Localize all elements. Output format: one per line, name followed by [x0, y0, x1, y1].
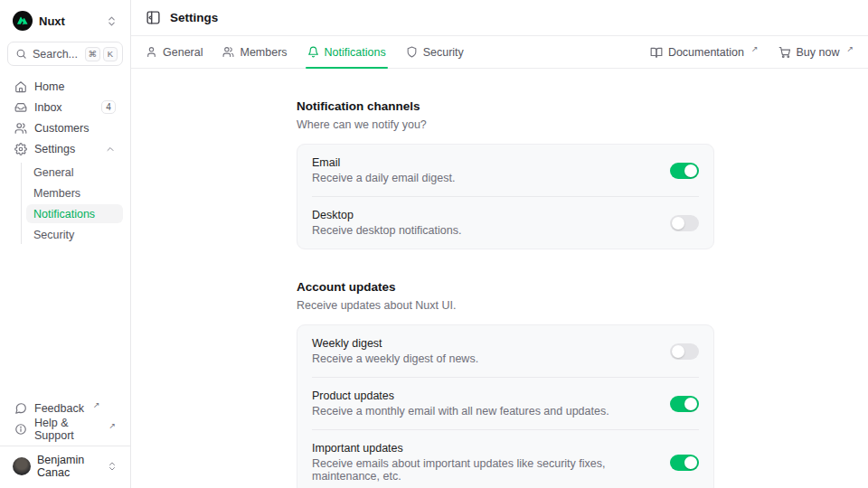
toggle-knob [684, 456, 697, 469]
toggle-knob [672, 345, 684, 358]
setting-description: Receive a monthly email with all new fea… [312, 405, 609, 418]
action-label: Buy now [797, 46, 840, 59]
kbd-k: K [103, 47, 118, 61]
bell-icon [307, 46, 319, 58]
nuxt-logo-icon [13, 11, 33, 31]
sidebar-item-label: Notifications [33, 208, 95, 221]
tab-label: Security [423, 46, 464, 59]
page-title: Settings [170, 11, 218, 24]
setting-description: Receive a daily email digest. [312, 172, 455, 184]
tab-general[interactable]: General [146, 36, 203, 68]
sidebar-item-label: Settings [34, 143, 75, 155]
chat-bubble-icon [14, 402, 27, 415]
desktop-toggle[interactable] [670, 215, 699, 231]
setting-title: Product updates [312, 389, 609, 402]
team-switcher[interactable]: Nuxt [7, 7, 123, 34]
tab-label: Members [240, 46, 287, 59]
search-icon [15, 48, 27, 60]
section-subtitle: Where can we notify you? [297, 118, 714, 131]
setting-title: Email [312, 156, 455, 169]
setting-row-important-updates: Important updates Receive emails about i… [297, 430, 713, 488]
row-text: Desktop Receive desktop notifications. [312, 209, 461, 237]
external-link-icon: ↗ [108, 421, 116, 430]
inbox-count-badge: 4 [101, 100, 116, 114]
setting-title: Weekly digest [312, 337, 478, 350]
help-support-link[interactable]: Help & Support ↗ [7, 419, 123, 438]
weekly-digest-toggle[interactable] [670, 343, 699, 360]
info-circle-icon [14, 423, 27, 436]
section-title: Account updates [297, 280, 714, 294]
tab-members[interactable]: Members [222, 36, 287, 68]
setting-row-email: Email Receive a daily email digest. [297, 145, 713, 196]
sidebar-item-label: Inbox [34, 101, 62, 114]
feedback-link[interactable]: Feedback ↗ [7, 399, 123, 418]
gear-icon [14, 143, 27, 155]
home-icon [14, 80, 27, 93]
avatar [13, 457, 31, 475]
section-title: Notification channels [297, 99, 714, 113]
sidebar-item-notifications[interactable]: Notifications [26, 204, 123, 223]
row-text: Email Receive a daily email digest. [312, 156, 455, 184]
sidebar-item-settings[interactable]: Settings [7, 139, 123, 158]
main-header: Settings [131, 0, 868, 36]
email-toggle[interactable] [670, 163, 699, 179]
tab-label: General [163, 46, 203, 59]
search-input[interactable]: Search... ⌘ K [7, 42, 123, 66]
sidebar-item-security[interactable]: Security [26, 225, 123, 244]
setting-title: Desktop [312, 209, 461, 221]
chevrons-up-down-icon [106, 15, 118, 27]
sidebar-item-customers[interactable]: Customers [7, 118, 123, 137]
shield-icon [406, 46, 418, 58]
toggle-knob [684, 398, 697, 410]
user-menu[interactable]: Benjamin Canac [7, 446, 123, 481]
setting-row-product-updates: Product updates Receive a monthly email … [297, 378, 713, 429]
toggle-knob [672, 217, 684, 230]
action-label: Documentation [668, 46, 744, 59]
main-panel: Settings General Members Notifications [131, 0, 868, 488]
app-window: Nuxt Search... ⌘ K Home [0, 0, 868, 488]
users-icon [14, 122, 27, 135]
section-account-updates: Account updates Receive updates about Nu… [297, 280, 714, 488]
setting-description: Receive a weekly digest of news. [312, 352, 478, 365]
sidebar-item-members[interactable]: Members [26, 183, 123, 202]
tab-label: Notifications [325, 46, 386, 59]
settings-content: Notification channels Where can we notif… [131, 69, 868, 488]
tabbar: General Members Notifications Security [131, 36, 868, 69]
settings-submenu: General Members Notifications Security [21, 163, 123, 244]
sidebar-item-inbox[interactable]: Inbox 4 [7, 98, 123, 117]
important-updates-toggle[interactable] [670, 455, 699, 471]
sidebar-item-label: General [33, 166, 73, 179]
sidebar-item-home[interactable]: Home [7, 77, 123, 96]
sidebar-item-general[interactable]: General [26, 163, 123, 182]
buy-now-button[interactable]: Buy now ↗ [778, 46, 854, 59]
user-name: Benjamin Canac [37, 454, 100, 479]
sidebar-item-label: Home [34, 80, 64, 93]
sidebar-item-label: Members [33, 187, 80, 200]
setting-title: Important updates [312, 442, 656, 455]
search-shortcut: ⌘ K [85, 47, 118, 61]
product-updates-toggle[interactable] [670, 396, 699, 412]
setting-row-weekly-digest: Weekly digest Receive a weekly digest of… [297, 325, 713, 377]
sidebar-nav: Home Inbox 4 Customers Settings [7, 77, 123, 246]
chevron-up-icon [105, 144, 116, 155]
footer-item-label: Feedback [34, 402, 84, 415]
collapse-sidebar-icon[interactable] [146, 10, 161, 25]
section-subtitle: Receive updates about Nuxt UI. [297, 299, 714, 312]
settings-card: Weekly digest Receive a weekly digest of… [297, 324, 714, 488]
row-text: Product updates Receive a monthly email … [312, 389, 609, 418]
documentation-button[interactable]: Documentation ↗ [650, 46, 759, 59]
kbd-cmd: ⌘ [85, 47, 101, 61]
external-link-icon: ↗ [751, 44, 759, 53]
chevrons-up-down-icon [107, 461, 118, 472]
setting-row-desktop: Desktop Receive desktop notifications. [297, 197, 713, 249]
tab-security[interactable]: Security [406, 36, 464, 68]
tab-notifications[interactable]: Notifications [307, 36, 386, 68]
external-link-icon: ↗ [846, 44, 854, 53]
team-name: Nuxt [39, 14, 65, 28]
sidebar-spacer [7, 246, 123, 399]
setting-description: Receive emails about important updates l… [312, 457, 656, 483]
search-placeholder: Search... [33, 48, 78, 61]
setting-description: Receive desktop notifications. [312, 224, 461, 237]
sidebar-footer-nav: Feedback ↗ Help & Support ↗ [7, 399, 123, 438]
inbox-icon [14, 101, 27, 114]
